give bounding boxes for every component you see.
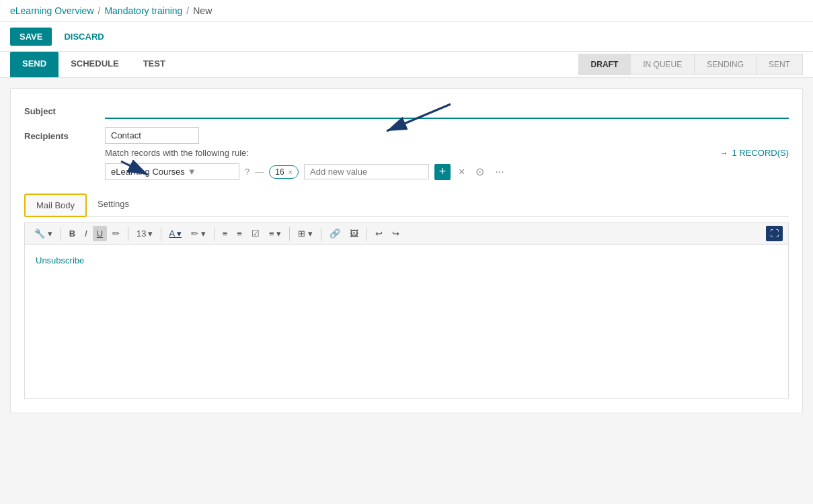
settings-filter-button[interactable]: ⊙ — [473, 164, 487, 179]
pipeline-sending[interactable]: SENDING — [694, 54, 757, 75]
filter-dash: — — [255, 167, 264, 177]
filter-value-pill: 16 × — [269, 165, 299, 179]
bold-button[interactable]: B — [65, 226, 79, 241]
align-button[interactable]: ≡ ▾ — [265, 226, 285, 241]
match-rule-row: Match records with the following rule: →… — [105, 148, 789, 158]
filter-dropdown-icon: ▼ — [188, 167, 196, 177]
editor-toolbar: 🔧 ▾ B I U ✏ 13 ▾ A ▾ ✏ ▾ ≡ ≡ ☑ ≡ ▾ ⊞ ▾ 🔗… — [24, 222, 789, 245]
recipients-select-wrapper: Contact — [105, 127, 789, 144]
pipeline-draft[interactable]: DRAFT — [578, 54, 631, 75]
sep6 — [321, 227, 321, 241]
redo-button[interactable]: ↪ — [388, 226, 403, 241]
highlight-button[interactable]: ✏ ▾ — [187, 226, 210, 241]
status-bar: SEND SCHEDULE TEST DRAFT IN QUEUE SENDIN… — [0, 52, 813, 78]
filter-question[interactable]: ? — [245, 167, 249, 177]
pipeline-inqueue[interactable]: IN QUEUE — [630, 54, 695, 75]
recipients-dropdown[interactable]: Contact — [105, 127, 199, 144]
table-button[interactable]: ⊞ ▾ — [294, 226, 317, 241]
tab-test[interactable]: TEST — [131, 52, 178, 77]
image-button[interactable]: 🖼 — [346, 226, 362, 241]
sep7 — [366, 227, 367, 241]
pill-value: 16 — [275, 167, 284, 177]
add-filter-button[interactable]: + — [434, 164, 451, 180]
tab-settings[interactable]: Settings — [87, 194, 140, 216]
recipients-label: Recipients — [24, 127, 105, 141]
subject-row: Subject — [24, 102, 789, 119]
breadcrumb-sep2: / — [186, 5, 189, 16]
italic-button[interactable]: I — [81, 226, 91, 241]
tools-button[interactable]: 🔧 ▾ — [30, 226, 56, 241]
checkbox-button[interactable]: ☑ — [247, 226, 264, 241]
subject-control — [105, 102, 789, 119]
text-color-button[interactable]: A ▾ — [165, 226, 186, 241]
subject-label: Subject — [24, 102, 105, 116]
recipients-control: Contact Match records with the following… — [105, 127, 789, 180]
sep1 — [61, 227, 61, 241]
link-button[interactable]: 🔗 — [325, 226, 344, 241]
pipeline: DRAFT IN QUEUE SENDING SENT — [578, 54, 803, 75]
section-tabs: Mail Body Settings — [24, 194, 789, 217]
filter-field[interactable]: eLearning Courses ▼ — [105, 163, 239, 180]
breadcrumb: eLearning Overview / Mandatory training … — [0, 0, 813, 22]
sep5 — [289, 227, 290, 241]
tab-mail-body[interactable]: Mail Body — [24, 194, 87, 217]
more-filter-button[interactable]: ··· — [492, 165, 506, 179]
pill-remove-icon[interactable]: × — [288, 168, 293, 176]
match-rule-text: Match records with the following rule: — [105, 148, 249, 158]
undo-button[interactable]: ↩ — [371, 226, 387, 241]
subject-input[interactable] — [105, 102, 789, 119]
main-content: Subject Recipients Contact Match records… — [10, 88, 803, 413]
discard-button[interactable]: DISCARD — [57, 28, 110, 46]
sep4 — [214, 227, 215, 241]
breadcrumb-new: New — [193, 5, 212, 16]
action-bar: SAVE DISCARD — [0, 22, 813, 52]
arrow-right-icon: → — [719, 148, 728, 158]
fullscreen-button[interactable]: ⛶ — [766, 226, 783, 241]
font-size-button[interactable]: 13 ▾ — [132, 226, 156, 241]
eraser-button[interactable]: ✏ — [108, 226, 124, 241]
breadcrumb-elearning[interactable]: eLearning Overview — [10, 5, 94, 16]
remove-filter-button[interactable]: × — [456, 165, 467, 179]
filter-row: eLearning Courses ▼ ? — 16 × + × ⊙ ··· — [105, 163, 789, 180]
tab-send[interactable]: SEND — [10, 52, 59, 77]
editor-body[interactable]: Unsubscribe — [24, 245, 789, 399]
recipients-row: Recipients Contact Match records with th… — [24, 127, 789, 180]
filter-field-label: eLearning Courses — [111, 167, 185, 177]
unsubscribe-link[interactable]: Unsubscribe — [36, 255, 84, 265]
records-count: 1 RECORD(S) — [732, 148, 789, 158]
underline-button[interactable]: U — [93, 226, 107, 241]
font-size-value: 13 — [137, 228, 146, 239]
filter-value-input[interactable] — [304, 164, 429, 179]
breadcrumb-sep1: / — [98, 5, 101, 16]
save-button[interactable]: SAVE — [10, 28, 52, 46]
list-ordered-button[interactable]: ≡ — [233, 226, 246, 241]
list-unordered-button[interactable]: ≡ — [219, 226, 232, 241]
records-link[interactable]: → 1 RECORD(S) — [719, 148, 789, 158]
sep2 — [128, 227, 128, 241]
pipeline-sent[interactable]: SENT — [756, 54, 803, 75]
font-size-arrow: ▾ — [148, 228, 153, 239]
tab-schedule[interactable]: SCHEDULE — [59, 52, 131, 77]
breadcrumb-mandatory[interactable]: Mandatory training — [104, 5, 182, 16]
sep3 — [161, 227, 161, 241]
